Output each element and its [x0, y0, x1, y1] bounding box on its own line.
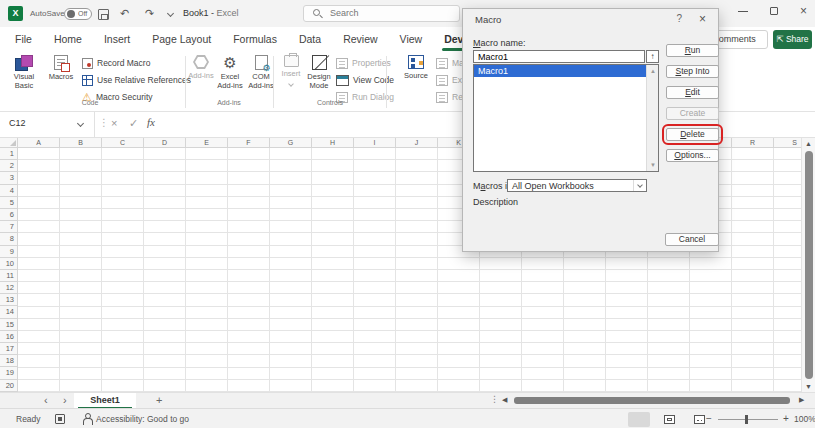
undo-icon[interactable]: ↶ — [120, 7, 129, 20]
design-mode-button[interactable]: Design Mode — [303, 55, 335, 105]
list-scrollbar[interactable]: ▲ ▼ — [646, 65, 658, 171]
scrollbar-splitter-icon[interactable]: ⋮ — [490, 394, 499, 404]
row-header-7[interactable]: 7 — [0, 221, 18, 233]
row-header-14[interactable]: 14 — [0, 306, 18, 318]
cancel-button[interactable]: Cancel — [665, 233, 719, 246]
row-header-2[interactable]: 2 — [0, 160, 18, 172]
column-header-C[interactable]: C — [102, 138, 144, 148]
record-macro-button[interactable]: Record Macro — [82, 56, 150, 70]
save-icon[interactable] — [98, 9, 109, 20]
restore-icon[interactable] — [770, 7, 778, 15]
row-header-15[interactable]: 15 — [0, 319, 18, 331]
zoom-slider[interactable] — [718, 419, 778, 420]
options-button[interactable]: Options... — [666, 149, 719, 162]
record-macro-status-icon[interactable] — [55, 414, 65, 424]
scroll-down-icon[interactable]: ▼ — [805, 383, 812, 390]
row-header-10[interactable]: 10 — [0, 258, 18, 270]
column-header-J[interactable]: J — [396, 138, 438, 148]
tab-insert[interactable]: Insert — [93, 27, 141, 52]
row-header-17[interactable]: 17 — [0, 343, 18, 355]
column-header-F[interactable]: F — [228, 138, 270, 148]
column-header-B[interactable]: B — [60, 138, 102, 148]
row-header-20[interactable]: 20 — [0, 380, 18, 392]
macros-in-dropdown[interactable]: All Open Workbooks — [507, 179, 647, 192]
visual-basic-button[interactable]: Visual Basic — [6, 55, 42, 105]
use-relative-references-button[interactable]: Use Relative References — [82, 73, 191, 87]
row-header-6[interactable]: 6 — [0, 209, 18, 221]
run-button[interactable]: Run — [666, 44, 719, 57]
tab-file[interactable]: File — [4, 27, 43, 52]
zoom-out-icon[interactable]: − — [706, 413, 712, 424]
sheet-tab-sheet1[interactable]: Sheet1 — [74, 393, 136, 409]
row-header-16[interactable]: 16 — [0, 331, 18, 343]
row-header-4[interactable]: 4 — [0, 185, 18, 197]
column-header-D[interactable]: D — [144, 138, 186, 148]
zoom-slider-thumb[interactable] — [745, 415, 748, 424]
create-button[interactable]: Create — [666, 107, 719, 120]
scroll-up-icon[interactable]: ▲ — [650, 68, 656, 74]
row-header-12[interactable]: 12 — [0, 282, 18, 294]
next-sheet-icon[interactable]: › — [63, 394, 67, 406]
column-header-A[interactable]: A — [18, 138, 60, 148]
step-into-button[interactable]: Step Into — [666, 65, 719, 78]
excel-addins-button[interactable]: ⚙ Excel Add-ins — [214, 55, 246, 105]
vertical-scroll-thumb[interactable] — [805, 151, 813, 379]
zoom-in-icon[interactable]: + — [783, 413, 789, 424]
row-header-8[interactable]: 8 — [0, 233, 18, 245]
insert-function-icon[interactable]: fx — [147, 116, 155, 128]
source-button[interactable]: Source — [398, 55, 434, 105]
cancel-entry-icon[interactable]: × — [111, 117, 117, 129]
tab-view[interactable]: View — [389, 27, 434, 52]
addins-button[interactable]: Add-ins — [188, 55, 214, 105]
page-layout-view-button[interactable] — [658, 412, 680, 427]
vertical-scrollbar[interactable]: ▲ ▼ — [801, 138, 815, 392]
tab-page-layout[interactable]: Page Layout — [141, 27, 222, 52]
select-all-corner[interactable] — [0, 138, 18, 148]
minimize-icon[interactable] — [738, 11, 748, 12]
help-icon[interactable]: ? — [676, 13, 682, 24]
column-header-I[interactable]: I — [354, 138, 396, 148]
column-header-G[interactable]: G — [270, 138, 312, 148]
row-header-9[interactable]: 9 — [0, 246, 18, 258]
up-arrow-icon[interactable]: ↑ — [646, 50, 659, 63]
tab-review[interactable]: Review — [332, 27, 388, 52]
row-header-5[interactable]: 5 — [0, 197, 18, 209]
accessibility-status[interactable]: Accessibility: Good to go — [96, 414, 189, 424]
tab-data[interactable]: Data — [288, 27, 332, 52]
close-icon[interactable]: × — [800, 4, 807, 18]
share-button[interactable]: ⇱ Share — [773, 30, 812, 49]
scroll-up-icon[interactable]: ▲ — [805, 140, 812, 147]
insert-control-button[interactable]: Insert — [277, 55, 305, 105]
customize-qat-icon[interactable] — [167, 10, 174, 17]
row-header-1[interactable]: 1 — [0, 148, 18, 160]
row-header-18[interactable]: 18 — [0, 355, 18, 367]
scroll-down-icon[interactable]: ▼ — [650, 162, 656, 168]
tab-home[interactable]: Home — [43, 27, 93, 52]
edit-button[interactable]: Edit — [666, 86, 719, 99]
row-header-11[interactable]: 11 — [0, 270, 18, 282]
row-header-19[interactable]: 19 — [0, 367, 18, 379]
add-sheet-icon[interactable]: + — [156, 394, 162, 406]
macro-name-input[interactable] — [473, 50, 645, 63]
com-addins-button[interactable]: COM Add-ins — [246, 55, 276, 105]
tab-formulas[interactable]: Formulas — [222, 27, 288, 52]
dialog-close-icon[interactable]: × — [699, 12, 706, 26]
enter-entry-icon[interactable]: ✓ — [129, 117, 138, 130]
dialog-titlebar[interactable]: Macro ? × — [463, 9, 718, 31]
macros-button[interactable]: Macros — [44, 55, 78, 105]
properties-button[interactable]: Properties — [336, 56, 391, 70]
scroll-right-icon[interactable]: ▶ — [799, 396, 804, 404]
normal-view-button[interactable] — [628, 412, 650, 427]
autosave-toggle[interactable]: Off — [64, 8, 92, 20]
search-input[interactable]: Search — [303, 5, 460, 22]
redo-icon[interactable]: ↷ — [145, 7, 154, 20]
macro-list-item[interactable]: Macro1 — [474, 65, 646, 77]
prev-sheet-icon[interactable]: ‹ — [44, 394, 48, 406]
name-box[interactable]: C12 — [0, 112, 95, 137]
horizontal-scroll-thumb[interactable] — [514, 397, 790, 404]
delete-button[interactable]: Delete — [666, 128, 719, 141]
row-header-13[interactable]: 13 — [0, 294, 18, 306]
column-header-E[interactable]: E — [186, 138, 228, 148]
column-header-H[interactable]: H — [312, 138, 354, 148]
scroll-left-icon[interactable]: ◀ — [502, 396, 507, 404]
